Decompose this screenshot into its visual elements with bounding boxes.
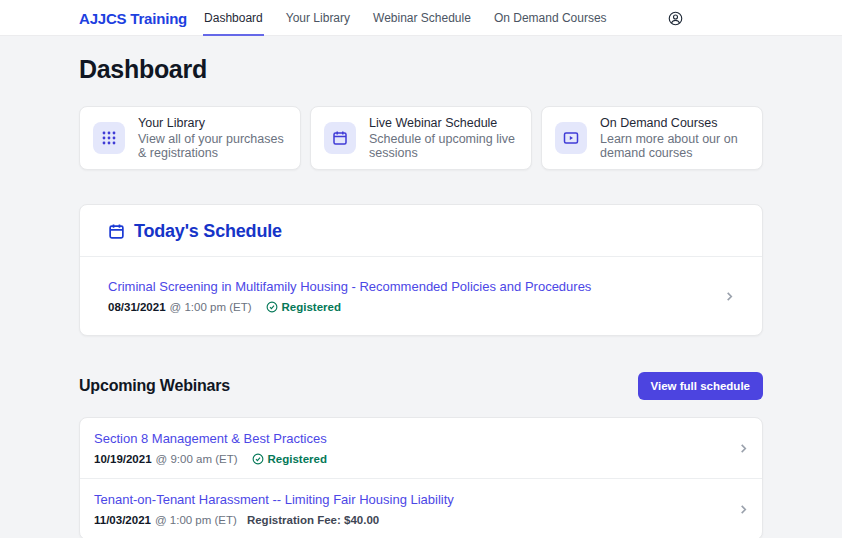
registered-label: Registered <box>282 301 341 313</box>
chevron-right-icon <box>739 505 748 514</box>
event-title-link[interactable]: Section 8 Management & Best Practices <box>94 431 327 446</box>
chevron-right-icon <box>725 292 734 301</box>
nav-item-your-library[interactable]: Your Library <box>285 0 351 36</box>
dashboard-main: Dashboard Your Library View all of your … <box>79 36 763 538</box>
grid-icon <box>93 122 125 154</box>
check-circle-icon <box>266 301 278 313</box>
event-time: @ 1:00 pm (ET) <box>170 301 252 313</box>
todays-schedule-event-row[interactable]: Criminal Screening in Multifamily Housin… <box>80 257 762 335</box>
card-your-library[interactable]: Your Library View all of your purchases … <box>79 106 301 170</box>
monitor-play-icon <box>555 122 587 154</box>
todays-schedule-title: Today's Schedule <box>134 221 282 242</box>
calendar-icon <box>108 223 125 240</box>
brand-logo[interactable]: AJJCS Training <box>79 10 187 27</box>
card-title: Live Webinar Schedule <box>369 116 518 130</box>
view-full-schedule-button[interactable]: View full schedule <box>638 372 764 400</box>
upcoming-webinars-header-row: Upcoming Webinars View full schedule <box>79 372 763 400</box>
card-live-webinar-schedule[interactable]: Live Webinar Schedule Schedule of upcomi… <box>310 106 532 170</box>
account-circle-icon[interactable] <box>668 11 683 26</box>
card-subtitle: View all of your purchases & registratio… <box>138 132 287 160</box>
webinar-row[interactable]: Tenant-on-Tenant Harassment -- Limiting … <box>80 479 762 538</box>
shortcut-cards-row: Your Library View all of your purchases … <box>79 106 763 170</box>
registration-fee: Registration Fee: $40.00 <box>247 514 379 526</box>
card-subtitle: Schedule of upcoming live sessions <box>369 132 518 160</box>
top-navigation-bar: AJJCS Training Dashboard Your Library We… <box>0 0 842 36</box>
upcoming-webinars-panel: Section 8 Management & Best Practices 10… <box>79 417 763 538</box>
event-date: 10/19/2021 <box>94 453 152 465</box>
nav-item-dashboard[interactable]: Dashboard <box>203 0 264 36</box>
calendar-icon <box>324 122 356 154</box>
card-title: Your Library <box>138 116 287 130</box>
card-title: On Demand Courses <box>600 116 749 130</box>
chevron-right-icon <box>739 444 748 453</box>
nav-item-webinar-schedule[interactable]: Webinar Schedule <box>372 0 472 36</box>
event-date: 11/03/2021 <box>94 514 151 526</box>
todays-schedule-header: Today's Schedule <box>80 205 762 256</box>
upcoming-webinars-title: Upcoming Webinars <box>79 377 230 395</box>
registered-status: Registered <box>252 453 327 465</box>
page-title: Dashboard <box>79 55 763 84</box>
todays-schedule-panel: Today's Schedule Criminal Screening in M… <box>79 204 763 336</box>
event-title-link[interactable]: Tenant-on-Tenant Harassment -- Limiting … <box>94 492 454 507</box>
registered-status: Registered <box>266 301 341 313</box>
check-circle-icon <box>252 453 264 465</box>
registered-label: Registered <box>268 453 327 465</box>
event-title-link[interactable]: Criminal Screening in Multifamily Housin… <box>108 279 591 294</box>
webinar-row[interactable]: Section 8 Management & Best Practices 10… <box>80 418 762 478</box>
card-on-demand-courses[interactable]: On Demand Courses Learn more about our o… <box>541 106 763 170</box>
card-subtitle: Learn more about our on demand courses <box>600 132 749 160</box>
event-date: 08/31/2021 <box>108 301 166 313</box>
nav-item-on-demand-courses[interactable]: On Demand Courses <box>493 0 608 36</box>
main-nav: Dashboard Your Library Webinar Schedule … <box>203 0 629 36</box>
event-time: @ 1:00 pm (ET) <box>155 514 237 526</box>
event-time: @ 9:00 am (ET) <box>156 453 238 465</box>
